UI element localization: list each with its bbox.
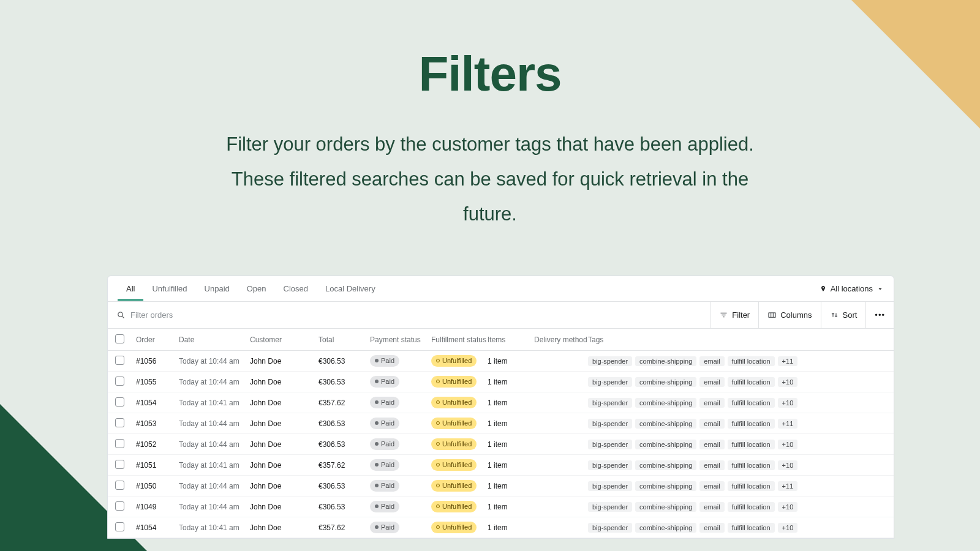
tag-chip: email <box>699 481 724 491</box>
tag-chip-more[interactable]: +10 <box>778 440 798 449</box>
row-checkbox[interactable] <box>115 377 124 386</box>
tag-chip-more[interactable]: +11 <box>778 419 798 429</box>
cell-date: Today at 10:44 am <box>179 440 250 449</box>
table-row[interactable]: #1051 Today at 10:41 am John Doe €357.62… <box>108 455 894 476</box>
select-all-checkbox[interactable] <box>115 334 124 343</box>
table-row[interactable]: #1054 Today at 10:41 am John Doe €357.62… <box>108 517 894 538</box>
more-icon: ••• <box>875 310 885 320</box>
cell-customer: John Doe <box>250 357 318 365</box>
paid-badge: Paid <box>370 376 399 387</box>
tag-chip-more[interactable]: +11 <box>778 356 798 366</box>
tag-chip: email <box>699 502 724 512</box>
cell-total: €357.62 <box>318 399 370 407</box>
tag-chip-more[interactable]: +10 <box>778 502 798 512</box>
location-pin-icon <box>820 285 827 293</box>
svg-point-0 <box>118 312 123 317</box>
cell-customer: John Doe <box>250 440 318 449</box>
cell-payment-status: Paid <box>370 397 431 408</box>
row-checkbox[interactable] <box>115 397 124 407</box>
tag-chip: big-spender <box>588 460 632 470</box>
unfulfilled-badge: Unfulfilled <box>431 459 477 470</box>
tag-chip-more[interactable]: +11 <box>778 481 798 491</box>
cell-items: 1 item <box>488 482 534 490</box>
table-row[interactable]: #1056 Today at 10:44 am John Doe €306.53… <box>108 351 894 372</box>
row-checkbox[interactable] <box>115 418 124 427</box>
cell-items: 1 item <box>488 503 534 511</box>
row-checkbox[interactable] <box>115 356 124 365</box>
row-checkbox[interactable] <box>115 522 124 531</box>
table-row[interactable]: #1049 Today at 10:44 am John Doe €306.53… <box>108 497 894 517</box>
tag-chip: big-spender <box>588 440 632 449</box>
col-order: Order <box>136 335 179 344</box>
cell-tags: big-spender combine-shipping email fulfi… <box>588 398 886 408</box>
unfulfilled-badge: Unfulfilled <box>431 480 477 491</box>
table-row[interactable]: #1054 Today at 10:41 am John Doe €357.62… <box>108 392 894 413</box>
location-selector-label: All locations <box>831 284 873 293</box>
cell-tags: big-spender combine-shipping email fulfi… <box>588 440 886 449</box>
row-checkbox[interactable] <box>115 481 124 490</box>
cell-customer: John Doe <box>250 399 318 407</box>
tab-unfulfilled[interactable]: Unfulfilled <box>143 277 195 301</box>
tab-closed[interactable]: Closed <box>275 277 317 301</box>
cell-total: €306.53 <box>318 482 370 490</box>
table-row[interactable]: #1053 Today at 10:44 am John Doe €306.53… <box>108 413 894 434</box>
cell-customer: John Doe <box>250 482 318 490</box>
tag-chip: combine-shipping <box>635 502 696 512</box>
tab-open[interactable]: Open <box>238 277 275 301</box>
tag-chip: big-spender <box>588 502 632 512</box>
tab-unpaid[interactable]: Unpaid <box>196 277 238 301</box>
tag-chip: email <box>699 523 724 533</box>
unfulfilled-badge: Unfulfilled <box>431 501 477 512</box>
tag-chip-more[interactable]: +10 <box>778 398 798 408</box>
cell-tags: big-spender combine-shipping email fulfi… <box>588 419 886 429</box>
table-row[interactable]: #1050 Today at 10:44 am John Doe €306.53… <box>108 476 894 497</box>
cell-order-id: #1050 <box>136 482 179 490</box>
tag-chip-more[interactable]: +10 <box>778 523 798 533</box>
tag-chip: big-spender <box>588 377 632 387</box>
tag-chip-more[interactable]: +10 <box>778 460 798 470</box>
columns-button[interactable]: Columns <box>759 302 821 328</box>
page-title: Filters <box>0 46 980 102</box>
cell-order-id: #1053 <box>136 419 179 428</box>
cell-fulfillment-status: Unfulfilled <box>431 522 488 533</box>
table-row[interactable]: #1055 Today at 10:44 am John Doe €306.53… <box>108 372 894 392</box>
tag-chip: combine-shipping <box>635 523 696 533</box>
cell-payment-status: Paid <box>370 459 431 470</box>
tag-chip: combine-shipping <box>635 419 696 429</box>
row-checkbox[interactable] <box>115 460 124 469</box>
cell-tags: big-spender combine-shipping email fulfi… <box>588 460 886 470</box>
cell-total: €357.62 <box>318 523 370 532</box>
tab-all[interactable]: All <box>118 277 143 301</box>
row-checkbox[interactable] <box>115 439 124 448</box>
col-total: Total <box>318 335 370 344</box>
cell-total: €306.53 <box>318 419 370 428</box>
cell-total: €306.53 <box>318 357 370 365</box>
cell-tags: big-spender combine-shipping email fulfi… <box>588 356 886 366</box>
sort-button[interactable]: Sort <box>821 302 867 328</box>
tag-chip: email <box>699 419 724 429</box>
cell-tags: big-spender combine-shipping email fulfi… <box>588 523 886 533</box>
tag-chip-more[interactable]: +10 <box>778 377 798 387</box>
unfulfilled-badge: Unfulfilled <box>431 438 477 449</box>
tag-chip: big-spender <box>588 481 632 491</box>
search-input[interactable] <box>130 310 701 320</box>
tab-local-delivery[interactable]: Local Delivery <box>317 277 384 301</box>
row-checkbox[interactable] <box>115 501 124 511</box>
unfulfilled-badge: Unfulfilled <box>431 522 477 533</box>
cell-order-id: #1052 <box>136 440 179 449</box>
location-selector[interactable]: All locations <box>820 284 884 293</box>
cell-fulfillment-status: Unfulfilled <box>431 355 488 366</box>
cell-date: Today at 10:44 am <box>179 482 250 490</box>
tag-chip: email <box>699 356 724 366</box>
more-button[interactable]: ••• <box>866 302 894 328</box>
paid-badge: Paid <box>370 459 399 470</box>
table-row[interactable]: #1052 Today at 10:44 am John Doe €306.53… <box>108 434 894 455</box>
tag-chip: big-spender <box>588 523 632 533</box>
paid-badge: Paid <box>370 522 399 533</box>
filter-button[interactable]: Filter <box>710 302 759 328</box>
tag-chip: fulfill location <box>728 481 775 491</box>
col-date: Date <box>179 335 250 344</box>
svg-line-1 <box>122 316 124 318</box>
tag-chip: email <box>699 398 724 408</box>
tag-chip: combine-shipping <box>635 356 696 366</box>
